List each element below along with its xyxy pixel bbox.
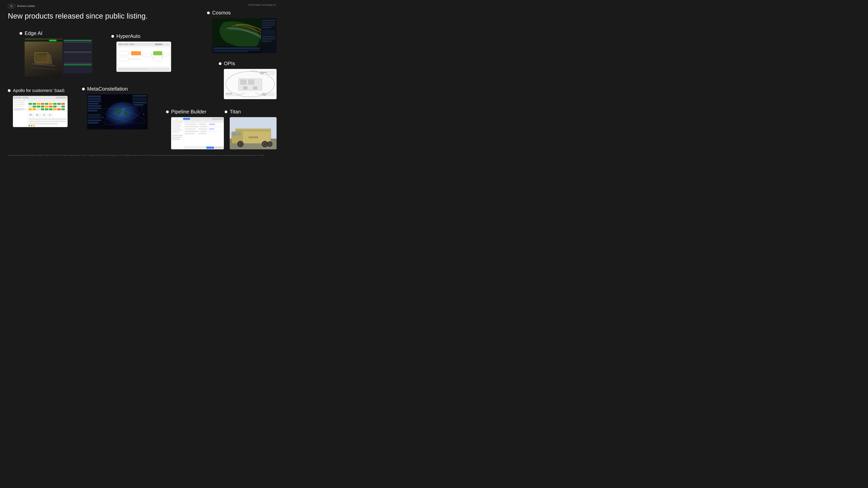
hyperauto-bottom bbox=[118, 68, 170, 71]
edge-ai-panel bbox=[62, 39, 93, 77]
edge-ai-map-svg bbox=[25, 39, 62, 77]
opis-dot bbox=[219, 62, 221, 65]
svg-rect-153 bbox=[172, 139, 180, 140]
svg-rect-109 bbox=[29, 118, 67, 120]
business-update-label: Business Update bbox=[17, 5, 35, 7]
svg-rect-129 bbox=[133, 97, 147, 101]
svg-rect-141 bbox=[178, 118, 182, 120]
svg-line-24 bbox=[151, 55, 153, 59]
svg-rect-169 bbox=[209, 124, 215, 125]
svg-rect-13 bbox=[120, 51, 128, 55]
svg-rect-8 bbox=[49, 40, 57, 41]
svg-rect-2 bbox=[38, 55, 47, 60]
svg-rect-92 bbox=[29, 108, 32, 110]
svg-rect-128 bbox=[133, 95, 147, 97]
pipeline-label: Pipeline Builder bbox=[171, 109, 207, 115]
svg-rect-32 bbox=[213, 47, 260, 49]
svg-rect-41 bbox=[262, 36, 275, 37]
svg-rect-171 bbox=[200, 126, 207, 127]
edge-ai-panel-3 bbox=[63, 62, 92, 73]
svg-rect-111 bbox=[29, 123, 58, 125]
metaconstellation-dot bbox=[82, 88, 85, 90]
cosmos-dot bbox=[207, 11, 210, 14]
svg-rect-85 bbox=[37, 106, 40, 107]
svg-rect-79 bbox=[49, 103, 53, 105]
svg-line-0 bbox=[25, 55, 62, 57]
hyperauto-toolbar bbox=[118, 43, 170, 46]
svg-rect-152 bbox=[172, 137, 182, 138]
svg-rect-142 bbox=[183, 118, 190, 120]
metaconstellation-section: MetaConstellation bbox=[82, 86, 148, 129]
svg-rect-124 bbox=[88, 114, 101, 119]
svg-rect-34 bbox=[213, 51, 248, 52]
svg-point-197 bbox=[269, 143, 271, 145]
svg-rect-89 bbox=[53, 106, 57, 107]
hyperauto-label: HyperAuto bbox=[116, 33, 141, 39]
svg-rect-151 bbox=[172, 135, 183, 136]
svg-rect-101 bbox=[29, 113, 34, 117]
svg-rect-19 bbox=[163, 53, 169, 56]
svg-rect-47 bbox=[241, 79, 246, 85]
svg-rect-148 bbox=[172, 127, 180, 129]
svg-line-23 bbox=[151, 53, 153, 55]
svg-rect-98 bbox=[53, 108, 57, 110]
svg-rect-122 bbox=[88, 107, 101, 109]
svg-rect-63 bbox=[56, 97, 67, 99]
svg-line-1 bbox=[25, 58, 62, 60]
q2-badge: Q2 bbox=[8, 4, 15, 8]
svg-rect-73 bbox=[28, 99, 68, 102]
edge-ai-screenshot bbox=[25, 39, 93, 77]
svg-text:78: 78 bbox=[30, 114, 31, 116]
page-wrapper: Q2 Business Update ©2022 Palantir Techno… bbox=[0, 0, 284, 160]
svg-rect-168 bbox=[198, 124, 206, 125]
svg-rect-95 bbox=[41, 108, 44, 110]
svg-rect-172 bbox=[185, 128, 195, 129]
svg-rect-61 bbox=[14, 97, 22, 99]
svg-rect-78 bbox=[45, 103, 49, 105]
titan-dot bbox=[225, 110, 227, 113]
svg-rect-43 bbox=[262, 40, 272, 42]
svg-rect-70 bbox=[14, 108, 24, 109]
svg-rect-117 bbox=[88, 95, 101, 97]
svg-rect-100 bbox=[61, 108, 65, 110]
cosmos-label: Cosmos bbox=[212, 10, 231, 16]
svg-rect-36 bbox=[262, 20, 275, 21]
titan-svg: ANDURIL bbox=[230, 117, 277, 149]
svg-rect-125 bbox=[88, 120, 101, 121]
svg-rect-14 bbox=[120, 57, 128, 61]
svg-rect-187 bbox=[238, 133, 241, 136]
svg-rect-147 bbox=[172, 126, 182, 127]
edge-ai-panel-row-3 bbox=[64, 51, 92, 52]
metaconstellation-title-row: MetaConstellation bbox=[82, 86, 148, 92]
edge-ai-panel-row-accent-2 bbox=[64, 65, 92, 65]
svg-rect-38 bbox=[262, 24, 275, 26]
svg-rect-77 bbox=[41, 103, 44, 105]
svg-rect-105 bbox=[42, 113, 47, 117]
edge-ai-panel-row-2 bbox=[64, 42, 92, 42]
svg-rect-107 bbox=[48, 113, 53, 117]
svg-rect-186 bbox=[232, 133, 237, 136]
titan-label: Titan bbox=[230, 109, 241, 115]
svg-rect-174 bbox=[209, 128, 214, 129]
svg-rect-33 bbox=[213, 50, 260, 51]
edge-ai-panel-2 bbox=[63, 51, 92, 62]
cosmos-title-row: Cosmos bbox=[207, 10, 277, 16]
svg-rect-12 bbox=[155, 43, 162, 45]
svg-rect-64 bbox=[13, 99, 28, 127]
hyperauto-dot bbox=[111, 35, 114, 38]
opis-title-row: OPIs bbox=[219, 61, 277, 67]
svg-rect-175 bbox=[185, 131, 197, 132]
svg-rect-15 bbox=[131, 51, 141, 55]
svg-rect-130 bbox=[133, 102, 147, 103]
svg-rect-87 bbox=[45, 106, 49, 107]
svg-rect-48 bbox=[248, 79, 254, 85]
opis-section: OPIs OPERATIONS TEAMS DATA TEAMS bbox=[219, 61, 277, 99]
svg-point-132 bbox=[106, 102, 141, 129]
svg-rect-178 bbox=[198, 133, 206, 134]
svg-rect-68 bbox=[14, 106, 24, 106]
edge-ai-panel-1 bbox=[63, 39, 92, 51]
svg-rect-27 bbox=[118, 68, 129, 69]
svg-rect-114 bbox=[33, 125, 35, 126]
svg-rect-9 bbox=[118, 43, 123, 45]
svg-point-194 bbox=[264, 143, 266, 145]
